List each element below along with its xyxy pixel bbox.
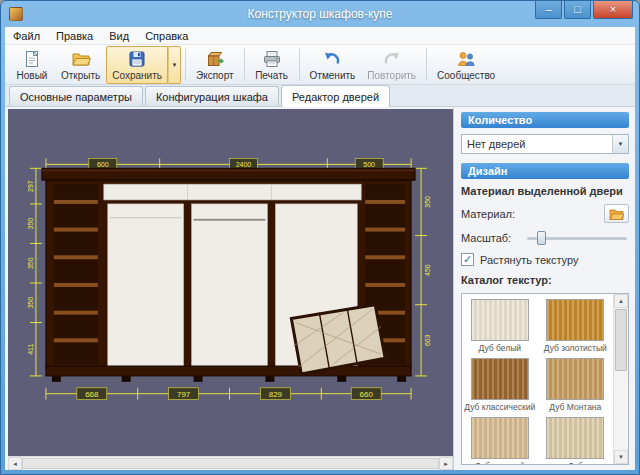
print-button[interactable]: Печать	[249, 46, 295, 84]
top-dim-middle: 2400	[236, 161, 252, 168]
texture-swatch[interactable]	[546, 417, 604, 459]
print-button-label: Печать	[255, 70, 288, 81]
texture-caption: Дуб классический	[463, 402, 537, 412]
save-icon	[127, 49, 147, 69]
quantity-section-header[interactable]: Количество	[461, 112, 629, 128]
texture-item[interactable]: Дуб	[538, 417, 612, 464]
app-icon	[9, 7, 23, 21]
menu-help[interactable]: Справка	[137, 27, 196, 44]
menu-edit[interactable]: Правка	[48, 27, 101, 44]
toolbar: Новый Открыть Сохранить ▼ Экспорт	[5, 45, 635, 85]
scroll-down-icon: ▼	[618, 454, 624, 460]
print-icon	[262, 49, 282, 69]
texture-swatch[interactable]	[471, 358, 529, 400]
slider-thumb[interactable]	[537, 231, 546, 245]
content-area: 600 2400 500	[5, 107, 635, 470]
texture-swatch[interactable]	[546, 358, 604, 400]
right-panel: Количество Нет дверей ▼ Дизайн Материал …	[454, 107, 635, 470]
texture-list-vscrollbar[interactable]: ▲ ▼	[613, 294, 628, 464]
scroll-right-button[interactable]: ►	[439, 457, 453, 470]
undo-button[interactable]: Отменить	[304, 46, 362, 84]
redo-button-label: Повторить	[367, 70, 416, 81]
scroll-left-button[interactable]: ◄	[8, 457, 22, 470]
texture-caption: Дуб золотистый	[538, 343, 612, 353]
scroll-down-button[interactable]: ▼	[614, 450, 628, 464]
redo-icon	[382, 49, 402, 69]
right-dim-3: 603	[424, 334, 431, 346]
texture-item[interactable]: Дуб Монтана	[538, 358, 612, 412]
texture-caption: Дуб	[538, 461, 612, 464]
texture-item[interactable]: Дуб классический	[463, 358, 537, 412]
folder-icon	[609, 208, 624, 220]
right-dim-1: 350	[424, 196, 431, 208]
minimize-icon: –	[545, 4, 551, 15]
menubar: Файл Правка Вид Справка	[5, 27, 635, 45]
right-dim-2: 450	[424, 264, 431, 276]
redo-button[interactable]: Повторить	[361, 46, 422, 84]
minimize-button[interactable]: –	[535, 1, 562, 19]
scroll-up-icon: ▲	[618, 298, 624, 304]
vscroll-thumb[interactable]	[615, 309, 627, 371]
wardrobe-section-2[interactable]	[192, 204, 268, 366]
left-dim-1: 297	[27, 180, 34, 192]
texture-item[interactable]: Дуб белый	[463, 299, 537, 353]
undo-icon	[322, 49, 342, 69]
browse-material-button[interactable]	[604, 204, 629, 223]
texture-catalog-list[interactable]: Дуб белый Дуб золотистый Дуб классически…	[461, 293, 629, 465]
texture-caption: Дуб светлый	[463, 461, 537, 464]
top-dim-left: 600	[97, 161, 109, 168]
texture-item[interactable]: Дуб золотистый	[538, 299, 612, 353]
left-dim-2: 350	[27, 218, 34, 230]
window-controls: – □ ×	[533, 1, 633, 19]
bottom-dim-1: 668	[85, 390, 99, 399]
top-dim-right: 500	[363, 161, 375, 168]
design-canvas[interactable]: 600 2400 500	[8, 109, 453, 456]
canvas-hscrollbar[interactable]: ◄ ►	[8, 456, 453, 470]
open-button[interactable]: Открыть	[55, 46, 106, 84]
tabstrip: Основные параметры Конфигурация шкафа Ре…	[5, 85, 635, 107]
toolbar-separator	[185, 48, 186, 81]
design-section-header[interactable]: Дизайн	[461, 163, 629, 179]
texture-item[interactable]: Дуб светлый	[463, 417, 537, 464]
titlebar: Конструктор шкафов-купе – □ ×	[1, 1, 639, 27]
stretch-texture-row[interactable]: ✓ Растянуть текстуру	[461, 253, 629, 266]
new-button[interactable]: Новый	[9, 46, 55, 84]
texture-swatch[interactable]	[471, 299, 529, 341]
save-dropdown-button[interactable]: ▼	[168, 46, 181, 84]
texture-swatch[interactable]	[471, 417, 529, 459]
scroll-up-button[interactable]: ▲	[614, 294, 628, 308]
texture-grid: Дуб белый Дуб золотистый Дуб классически…	[462, 294, 613, 464]
maximize-button[interactable]: □	[564, 1, 591, 19]
app-window: Конструктор шкафов-купе – □ × Файл Правк…	[0, 0, 640, 475]
material-group-title: Материал выделенной двери	[461, 185, 629, 197]
close-button[interactable]: ×	[593, 1, 633, 19]
close-icon: ×	[610, 4, 616, 15]
export-button[interactable]: Экспорт	[190, 46, 240, 84]
left-dim-5: 411	[27, 344, 34, 355]
left-dim-3: 350	[27, 257, 34, 269]
undo-button-label: Отменить	[310, 70, 356, 81]
community-icon	[456, 49, 476, 69]
wardrobe-feet	[52, 376, 406, 382]
save-dropdown-icon: ▼	[172, 62, 178, 68]
wardrobe-section-1[interactable]	[108, 204, 184, 366]
texture-swatch[interactable]	[546, 299, 604, 341]
tab-main-parameters[interactable]: Основные параметры	[9, 86, 143, 106]
save-button[interactable]: Сохранить	[106, 46, 168, 84]
hscroll-thumb[interactable]	[22, 458, 439, 469]
client-area: Файл Правка Вид Справка Новый Открыть Со…	[5, 27, 635, 470]
door-quantity-dropdown[interactable]: Нет дверей ▼	[461, 134, 629, 154]
stretch-texture-checkbox[interactable]: ✓	[461, 253, 474, 266]
tab-wardrobe-configuration[interactable]: Конфигурация шкафа	[145, 86, 279, 106]
scale-label: Масштаб:	[461, 232, 523, 244]
stretch-texture-label: Растянуть текстуру	[480, 254, 578, 266]
community-button[interactable]: Сообщество	[431, 46, 501, 84]
menu-view[interactable]: Вид	[101, 27, 137, 44]
scale-slider[interactable]	[525, 231, 629, 245]
scale-row: Масштаб:	[461, 231, 629, 245]
chevron-down-icon[interactable]: ▼	[612, 135, 628, 153]
export-icon	[205, 49, 225, 69]
tab-door-editor[interactable]: Редактор дверей	[281, 85, 390, 107]
bottom-dim-2: 797	[177, 390, 191, 399]
menu-file[interactable]: Файл	[5, 27, 48, 44]
